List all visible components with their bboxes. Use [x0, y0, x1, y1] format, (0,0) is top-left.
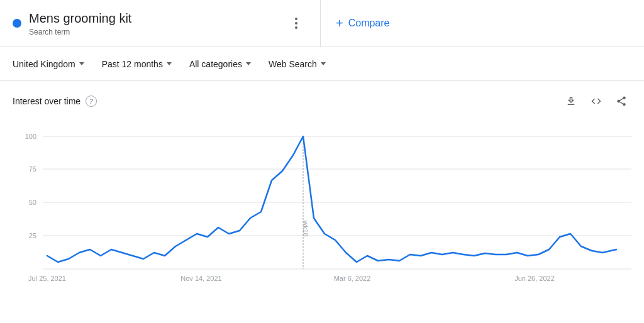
svg-text:Mar 6, 2022: Mar 6, 2022 — [334, 275, 371, 282]
time-filter[interactable]: Past 12 months — [94, 54, 179, 74]
search-type-chevron-icon — [321, 62, 326, 65]
search-type-filter[interactable]: Web Search — [261, 54, 333, 74]
chart-title: Interest over time — [13, 96, 80, 106]
category-filter[interactable]: All categories — [182, 54, 258, 74]
chart-section: Interest over time ? — [0, 81, 644, 308]
search-term-subtitle: Search term — [29, 28, 277, 36]
search-term-block: Mens grooming kit Search term — [29, 10, 277, 36]
svg-text:50: 50 — [29, 199, 36, 206]
search-type-label: Web Search — [269, 59, 317, 69]
search-term-title: Mens grooming kit — [29, 10, 277, 26]
more-options-button[interactable] — [285, 12, 308, 35]
chart-actions — [561, 91, 631, 111]
svg-text:Jun 26, 2022: Jun 26, 2022 — [514, 275, 555, 282]
chart-header: Interest over time ? — [13, 91, 631, 111]
compare-button[interactable]: + Compare — [321, 0, 405, 47]
category-label: All categories — [189, 59, 242, 69]
compare-plus-icon: + — [336, 17, 343, 30]
svg-text:100: 100 — [25, 133, 36, 140]
code-icon — [591, 96, 602, 107]
svg-text:75: 75 — [29, 165, 36, 173]
svg-text:Jul 25, 2021: Jul 25, 2021 — [28, 275, 66, 282]
time-chevron-icon — [167, 62, 172, 65]
embed-button[interactable] — [586, 91, 606, 111]
chart-container: 100 75 50 25 Jul 25, 2021 Nov 14, 2021 M… — [13, 118, 631, 308]
chart-title-area: Interest over time ? — [13, 96, 97, 107]
svg-text:wk18: wk18 — [302, 220, 309, 237]
region-label: United Kingdom — [13, 59, 75, 69]
share-button[interactable] — [611, 91, 631, 111]
category-chevron-icon — [246, 62, 251, 65]
term-color-dot — [13, 19, 21, 28]
region-filter[interactable]: United Kingdom — [5, 54, 92, 74]
compare-label: Compare — [348, 18, 390, 29]
time-label: Past 12 months — [102, 59, 163, 69]
download-icon — [565, 96, 577, 107]
svg-text:Nov 14, 2021: Nov 14, 2021 — [180, 275, 221, 282]
download-button[interactable] — [561, 91, 581, 111]
share-icon — [616, 96, 627, 107]
region-chevron-icon — [79, 62, 84, 65]
filter-bar: United Kingdom Past 12 months All catego… — [0, 47, 644, 81]
dot3 — [295, 26, 297, 29]
interest-over-time-chart: 100 75 50 25 Jul 25, 2021 Nov 14, 2021 M… — [13, 118, 631, 306]
help-icon[interactable]: ? — [86, 96, 97, 107]
search-term-section: Mens grooming kit Search term — [0, 0, 321, 47]
dot1 — [295, 18, 297, 20]
dot2 — [295, 22, 297, 25]
svg-text:25: 25 — [29, 232, 36, 239]
